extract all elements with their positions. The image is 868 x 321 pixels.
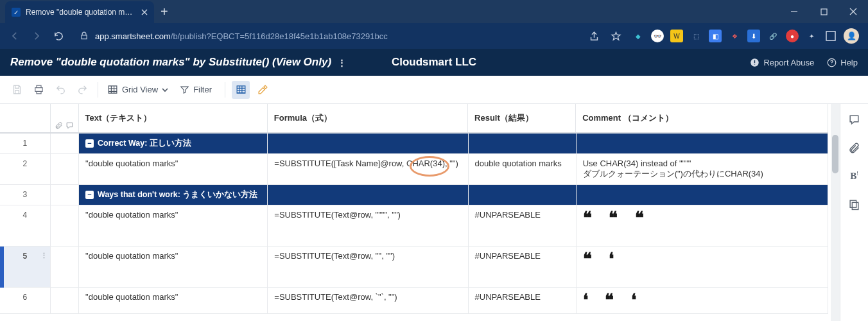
- attachment-cell[interactable]: [50, 288, 79, 314]
- attachments-icon[interactable]: [848, 141, 861, 154]
- extensions-puzzle-icon[interactable]: ✦: [805, 30, 818, 42]
- extension-icon[interactable]: ❖: [728, 30, 741, 42]
- column-header-text[interactable]: Text（テキスト）: [79, 104, 268, 133]
- attachment-cell[interactable]: [50, 185, 79, 205]
- cell-formula[interactable]: =SUBSTITUTE(Text@row, `"`, ""): [268, 288, 468, 314]
- back-button[interactable]: [5, 26, 24, 46]
- new-tab-button[interactable]: +: [161, 4, 168, 19]
- attachment-cell[interactable]: [50, 133, 79, 154]
- collapse-icon[interactable]: −: [85, 139, 94, 148]
- row-number[interactable]: 2: [0, 154, 50, 185]
- cell-formula[interactable]: =SUBSTITUTE(Text@row, """", ""): [268, 205, 468, 247]
- alert-icon: [750, 58, 759, 67]
- redo-icon[interactable]: [73, 81, 91, 99]
- cell-comment[interactable]: ❝ ❝ ❝: [576, 205, 828, 247]
- collapse-icon[interactable]: −: [85, 191, 94, 199]
- undo-icon[interactable]: [51, 81, 69, 99]
- row-number[interactable]: 1: [0, 133, 50, 154]
- view-switcher[interactable]: Grid View: [105, 84, 171, 95]
- table-row[interactable]: 3−Ways that don't work: うまくいかない方法: [0, 185, 828, 205]
- forward-button[interactable]: [27, 26, 46, 46]
- share-icon[interactable]: [584, 26, 603, 46]
- grid-area[interactable]: Text（テキスト） Formula（式） Result（結果） Comment…: [0, 104, 831, 321]
- star-icon[interactable]: [606, 26, 625, 46]
- sheet-menu-button[interactable]: ⋮: [338, 58, 347, 67]
- cell-comment[interactable]: ❛ ❝ ❛: [576, 288, 828, 314]
- row-number[interactable]: 6: [0, 288, 50, 314]
- toolbar-divider: [98, 82, 98, 98]
- conversations-icon[interactable]: [848, 113, 861, 126]
- help-button[interactable]: Help: [827, 58, 858, 67]
- cell-text[interactable]: −Ways that don't work: うまくいかない方法: [79, 185, 268, 205]
- cell-text[interactable]: "double quotation marks": [79, 154, 268, 185]
- extension-icon[interactable]: ◆: [632, 30, 645, 42]
- cell-result[interactable]: [468, 133, 576, 154]
- extension-icon[interactable]: ⬇: [747, 30, 760, 42]
- table-row[interactable]: 1−Correct Way: 正しい方法: [0, 133, 828, 154]
- cell-text[interactable]: "double quotation marks": [79, 205, 268, 247]
- copy-icon[interactable]: [848, 198, 861, 211]
- extension-icon[interactable]: 🔗: [767, 30, 779, 42]
- cell-result[interactable]: #UNPARSEABLE: [468, 205, 576, 247]
- extension-icon[interactable]: ◧: [709, 30, 722, 42]
- report-abuse-button[interactable]: Report Abuse: [750, 58, 814, 67]
- cell-result[interactable]: #UNPARSEABLE: [468, 288, 576, 314]
- column-header-formula[interactable]: Formula（式）: [268, 104, 468, 133]
- browser-tab[interactable]: ✓ Remove "double quotation mark…: [5, 1, 154, 23]
- cell-comment[interactable]: [576, 133, 828, 154]
- table-row[interactable]: 5⋮"double quotation marks"=SUBSTITUTE(Te…: [0, 247, 828, 288]
- extension-icon[interactable]: ⬚: [690, 30, 702, 42]
- chrome-tabs-icon[interactable]: [824, 30, 837, 42]
- attachment-cell[interactable]: [50, 154, 79, 185]
- format-icon[interactable]: [254, 81, 272, 99]
- url-input[interactable]: app.smartsheet.com/b/publish?EQBCT=5f116…: [74, 26, 578, 46]
- cell-text[interactable]: "double quotation marks": [79, 288, 268, 314]
- cell-comment[interactable]: [576, 185, 828, 205]
- cell-text[interactable]: "double quotation marks": [79, 247, 268, 288]
- cell-result[interactable]: double quotation marks: [468, 154, 576, 185]
- org-name: Cloudsmart LLC: [392, 56, 476, 69]
- close-window-button[interactable]: [838, 1, 868, 22]
- row-number[interactable]: 3: [0, 185, 50, 205]
- filter-button[interactable]: Filter: [180, 85, 212, 94]
- attachment-cell[interactable]: [50, 205, 79, 247]
- app-header: Remove "double quotation marks" by Subst…: [0, 49, 868, 76]
- save-icon[interactable]: [8, 81, 26, 99]
- extension-icon[interactable]: ●: [786, 30, 799, 42]
- column-header-comment[interactable]: Comment （コメント）: [576, 104, 828, 133]
- cell-comment[interactable]: ❝ ❛: [576, 247, 828, 288]
- sheet-title: Remove "double quotation marks" by Subst…: [10, 56, 331, 69]
- attachment-header[interactable]: [50, 104, 79, 133]
- cell-formula[interactable]: =SUBSTITUTE([Task Name]@row, CHAR(34), "…: [268, 154, 468, 185]
- table-row[interactable]: 6"double quotation marks"=SUBSTITUTE(Tex…: [0, 288, 828, 314]
- attachment-cell[interactable]: [50, 247, 79, 288]
- reload-button[interactable]: [49, 26, 68, 46]
- cell-result[interactable]: [468, 185, 576, 205]
- print-icon[interactable]: [30, 81, 48, 99]
- cell-text[interactable]: −Correct Way: 正しい方法: [79, 133, 268, 154]
- favicon-icon: ✓: [12, 8, 21, 17]
- cell-formula[interactable]: =SUBSTITUTE(Text@row, '"', ""): [268, 247, 468, 288]
- extension-icon[interactable]: 👓: [651, 30, 664, 42]
- minimize-button[interactable]: [779, 1, 809, 22]
- close-icon[interactable]: [140, 8, 149, 17]
- row-number[interactable]: 4: [0, 205, 50, 247]
- scrollbar[interactable]: [831, 104, 840, 321]
- row-number-header[interactable]: [0, 104, 50, 133]
- grid-density-icon[interactable]: [232, 81, 250, 99]
- maximize-button[interactable]: [809, 1, 838, 22]
- extension-icon[interactable]: W: [670, 30, 683, 42]
- profile-avatar[interactable]: 👤: [844, 28, 859, 44]
- cell-formula[interactable]: [268, 185, 468, 205]
- cell-comment[interactable]: Use CHAR(34) instead of """" ダブルクォーテーション…: [576, 154, 828, 185]
- cell-formula[interactable]: [268, 133, 468, 154]
- toolbar: Grid View Filter: [0, 76, 868, 104]
- chevron-down-icon: [162, 87, 168, 93]
- cell-result[interactable]: #UNPARSEABLE: [468, 247, 576, 288]
- table-row[interactable]: 4"double quotation marks"=SUBSTITUTE(Tex…: [0, 205, 828, 247]
- row-number[interactable]: 5⋮: [0, 247, 50, 288]
- table-row[interactable]: 2"double quotation marks"=SUBSTITUTE([Ta…: [0, 154, 828, 185]
- scroll-thumb[interactable]: [832, 135, 838, 173]
- column-header-result[interactable]: Result（結果）: [468, 104, 576, 133]
- brand-icon[interactable]: B!: [848, 169, 861, 182]
